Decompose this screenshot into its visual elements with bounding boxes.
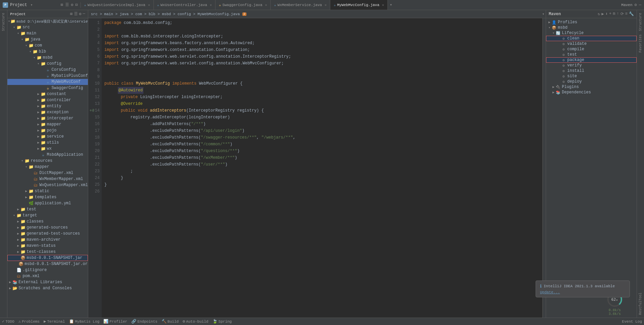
tab-todo[interactable]: ✓ TODO <box>2 319 14 324</box>
tree-item-test[interactable]: ▶ 📁 test <box>7 206 88 212</box>
maven-item-install[interactable]: ▾ ⚙ install <box>546 68 637 73</box>
tree-item-maven-status[interactable]: ▶ 📁 maven-status <box>7 243 88 249</box>
right-tab-structure[interactable]: Structure <box>638 11 643 32</box>
maven-item-profiles[interactable]: ▶ 👤 Profiles <box>546 20 637 25</box>
tree-item-java[interactable]: ▾ 📁 java <box>7 36 88 42</box>
tree-item-resources[interactable]: ▾ 📁 resources <box>7 158 88 164</box>
right-tab-favorites[interactable]: Favorites <box>638 33 643 54</box>
tree-item-exception[interactable]: ▶ 📁 exception <box>7 109 88 115</box>
tree-item-entity[interactable]: ▶ 📁 entity <box>7 103 88 109</box>
tree-item-static[interactable]: ▶ 📁 static <box>7 188 88 194</box>
tree-item-SwaggerConfig[interactable]: ▾ ☕ SwaggerConfig <box>7 85 88 91</box>
tree-item-jar[interactable]: ▾ 📦 msbd-0.0.1-SNAPSHOT.jar <box>7 255 88 261</box>
tab-close-2[interactable]: ✕ <box>210 3 212 7</box>
maven-item-lifecycle[interactable]: ▾ 🔄 Lifecycle <box>546 30 637 36</box>
tab-SwaggerConfig[interactable]: ☕ SwaggerConfig.java ✕ <box>215 0 271 10</box>
tree-item-constant[interactable]: ▶ 📁 constant <box>7 91 88 97</box>
maven-icon-refresh[interactable]: ↻ <box>598 11 600 17</box>
maven-icon-m[interactable]: m <box>613 11 615 17</box>
sidebar-icon-4[interactable]: — <box>83 11 85 17</box>
tree-item-blb[interactable]: ▾ 📁 blb <box>7 49 88 55</box>
maven-icon-download[interactable]: ⬇ <box>605 11 608 17</box>
tab-auto-build[interactable]: ⚙ Auto-build <box>183 319 208 324</box>
tree-item-WxMemberMapper[interactable]: ▾ 🗂 WxMemberMapper.xml <box>7 176 88 182</box>
tab-terminal[interactable]: ▶ Terminal <box>44 319 65 324</box>
tree-item-config[interactable]: ▾ 📁 config <box>7 61 88 67</box>
tree-item-maven-archiver[interactable]: ▶ 📁 maven-archiver <box>7 237 88 243</box>
tree-item-DictMapper[interactable]: ▾ 🗂 DictMapper.xml <box>7 170 88 176</box>
tab-WxQuestionServiceImpl[interactable]: ☕ WxQuestionServiceImpl.java ✕ <box>81 0 154 10</box>
tree-item-MsbdApplication[interactable]: ▾ ☕ MsbdApplication <box>7 152 88 158</box>
maven-icon-wrench[interactable]: 🔧 <box>629 11 634 17</box>
maven-item-compile[interactable]: ▾ ⚙ compile <box>546 47 637 52</box>
maven-item-test[interactable]: ▾ ⚙ test <box>546 52 637 57</box>
tree-item-templates[interactable]: ▶ 📁 templates <box>7 194 88 200</box>
tab-overflow[interactable]: ▾ <box>388 0 394 10</box>
toolbar-icon-1[interactable]: ⊞ <box>61 2 63 7</box>
tree-item-WxQuestionMapper[interactable]: ▾ 🗂 WxQuestionMapper.xml <box>7 182 88 188</box>
tree-item-application-yml[interactable]: ▾ 🌿 application.yml <box>7 200 88 206</box>
toolbar-icon-4[interactable]: ⊟ <box>75 2 78 7</box>
sidebar-icon-3[interactable]: ⚙ <box>79 11 81 17</box>
tree-item-pojo[interactable]: ▶ 📁 pojo <box>7 127 88 134</box>
tree-item-src[interactable]: ▾ 📁 src <box>7 24 88 30</box>
maven-item-msbd[interactable]: ▾ 📦 msbd <box>546 25 637 30</box>
sidebar-icon-1[interactable]: ⊞ <box>70 11 72 17</box>
tree-item-MyWebMvcConf[interactable]: ▾ ☕ MyWebMvcConf <box>7 79 88 85</box>
maven-icon-run[interactable]: ▶ <box>602 11 604 17</box>
tree-item-target[interactable]: ▾ 📁 target <box>7 212 88 218</box>
left-tab-structure[interactable]: Structure <box>1 11 6 32</box>
toolbar-icon-2[interactable]: ☰ <box>65 2 69 7</box>
project-dropdown-icon[interactable]: ▾ <box>30 3 33 7</box>
maven-icon-sync[interactable]: ⟳ <box>620 11 624 17</box>
tree-item-test-classes[interactable]: ▶ 📁 test-classes <box>7 249 88 255</box>
tab-spring[interactable]: 🍃 Spring <box>212 319 232 324</box>
event-log-btn[interactable]: Event Log <box>622 320 642 324</box>
code-editor[interactable]: package com.blb.msbd.config; import com.… <box>102 18 542 318</box>
maven-item-plugins[interactable]: ▶ 🔌 Plugins <box>546 84 637 90</box>
maven-item-validate[interactable]: ▾ ⚙ validate <box>546 41 637 47</box>
tab-close-3[interactable]: ✕ <box>265 3 267 7</box>
toolbar-icon-3[interactable]: ⚙ <box>71 2 73 7</box>
tree-item-main[interactable]: ▾ 📁 main <box>7 30 88 36</box>
tab-mybatis-log[interactable]: 📋 MyBatis Log <box>69 319 100 324</box>
maven-item-site[interactable]: ▾ ⚙ site <box>546 73 637 79</box>
tree-item-scratches[interactable]: ▶ 📂 Scratches and Consoles <box>7 285 88 291</box>
tree-item-jar-original[interactable]: ▾ 📦 msbd-0.0.1-SNAPSHOT.jar.original <box>7 261 88 267</box>
tree-item-service[interactable]: ▶ 📁 service <box>7 134 88 140</box>
maven-icon-up[interactable]: ↑ <box>617 11 619 17</box>
tab-profiler[interactable]: 📊 Profiler <box>103 319 127 324</box>
sidebar-icon-2[interactable]: ☰ <box>74 11 78 17</box>
tree-item-msbd-inner[interactable]: ▾ 📁 msbd <box>7 55 88 61</box>
tree-item-CorsConfig[interactable]: ▾ ☕ CorsConfig <box>7 67 88 73</box>
tree-item-controller[interactable]: ▶ 📁 controller <box>7 97 88 103</box>
update-link[interactable]: Update... <box>540 290 560 294</box>
tree-item-msbd-root[interactable]: ▾ 📁 msbd D:\java项目\面试宝典\interviewdict <box>7 18 88 24</box>
tab-MyWebMvcConfig[interactable]: ☕ MyWebMvcConfig.java ✕ <box>330 0 387 10</box>
tree-item-gitignore[interactable]: ▾ 📄 .gitignore <box>7 267 88 273</box>
tree-item-intercepter[interactable]: ▶ 📁 intercepter <box>7 115 88 121</box>
maven-item-clean[interactable]: ▾ ⚙ clean <box>546 36 637 41</box>
maven-item-package[interactable]: ▾ ⚙ package <box>546 57 637 63</box>
tree-item-MybatisPlusConf[interactable]: ▾ ☕ MybatisPlusConf <box>7 73 88 79</box>
maven-label[interactable]: Maven <box>621 3 633 7</box>
maven-item-dependencies[interactable]: ▶ 📚 Dependencies <box>546 90 637 95</box>
tree-item-mapper-res[interactable]: ▾ 📁 mapper <box>7 164 88 170</box>
tab-close-1[interactable]: ✕ <box>148 3 150 7</box>
tab-close-5[interactable]: ✕ <box>382 3 384 7</box>
tree-item-gen-test-sources[interactable]: ▶ 📁 generated-test-sources <box>7 231 88 237</box>
minimize-icon[interactable]: — <box>639 3 641 7</box>
maven-item-deploy[interactable]: ▾ ⚙ deploy <box>546 79 637 84</box>
tree-item-external-libs[interactable]: ▶ 📚 External Libraries <box>7 279 88 285</box>
tab-close-4[interactable]: ✕ <box>325 3 327 7</box>
maven-icon-add[interactable]: + <box>609 11 611 17</box>
editor-settings-icon[interactable]: ▾ <box>542 12 544 16</box>
tab-problems[interactable]: ⚠ Problems <box>19 319 40 324</box>
tree-item-mapper[interactable]: ▶ 📁 mapper <box>7 121 88 127</box>
tree-item-generated-sources[interactable]: ▶ 📁 generated-sources <box>7 225 88 231</box>
maven-icon-menu[interactable]: ≡ <box>625 11 628 17</box>
tab-WxMemberService[interactable]: ☕ WxMemberService.java ✕ <box>271 0 330 10</box>
settings-icon[interactable]: ⚙ <box>635 2 637 7</box>
tab-build[interactable]: 🔨 Build <box>162 319 179 324</box>
right-tab-restfultool[interactable]: RestfulTool <box>638 291 643 316</box>
